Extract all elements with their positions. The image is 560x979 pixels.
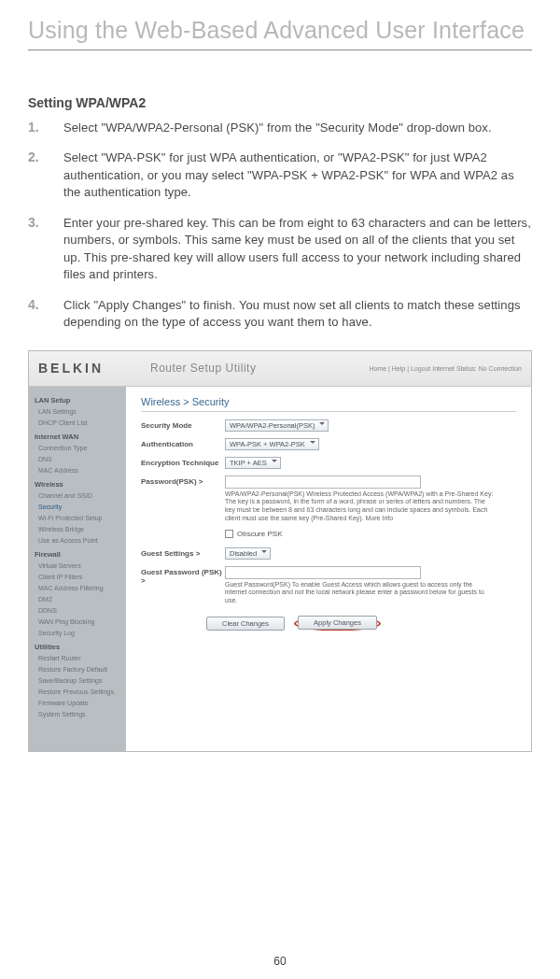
- sidebar-group: LAN Setup: [29, 392, 126, 406]
- sidebar-item[interactable]: LAN Settings: [29, 406, 126, 418]
- sidebar-item[interactable]: Restore Factory Default: [29, 664, 126, 675]
- sidebar-item[interactable]: Channel and SSID: [29, 490, 126, 502]
- sidebar-item[interactable]: Use as Access Point: [29, 535, 126, 546]
- clear-changes-button[interactable]: Clear Changes: [206, 617, 285, 631]
- row-authentication: Authentication WPA-PSK + WPA2-PSK: [141, 438, 516, 450]
- sidebar-item[interactable]: Wi-Fi Protected Setup: [29, 513, 126, 524]
- step-text: Enter your pre-shared key. This can be f…: [63, 215, 532, 284]
- row-password: Password(PSK) > WPA/WPA2-Personal(PSK) W…: [141, 475, 516, 523]
- sidebar-item[interactable]: DDNS: [29, 605, 126, 617]
- guest-description: Guest Password(PSK) To enable Guest Acce…: [225, 581, 496, 605]
- guest-psk-input[interactable]: [225, 566, 421, 579]
- row-encryption: Encryption Technique TKIP + AES: [141, 457, 516, 469]
- section-heading: Setting WPA/WPA2: [28, 95, 532, 110]
- sidebar-item[interactable]: System Settings: [29, 709, 126, 720]
- list-item: 3. Enter your pre-shared key. This can b…: [28, 215, 532, 284]
- sidebar-group: Wireless: [29, 476, 126, 490]
- apply-highlight-icon: Apply Changes: [294, 617, 381, 631]
- label-guest-password: Guest Password (PSK) >: [141, 566, 225, 585]
- sidebar-item[interactable]: DNS: [29, 454, 126, 465]
- sidebar-group: Firewall: [29, 546, 126, 560]
- title-rule: [28, 50, 532, 50]
- row-security-mode: Security Mode WPA/WPA2-Personal(PSK): [141, 419, 516, 432]
- row-guest-password: Guest Password (PSK) > Guest Password(PS…: [141, 566, 516, 605]
- sidebar-item[interactable]: Restore Previous Settings: [29, 687, 126, 698]
- page-number: 60: [273, 955, 286, 968]
- sidebar-item[interactable]: MAC Address Filtering: [29, 583, 126, 594]
- sidebar-item[interactable]: Firmware Update: [29, 698, 126, 709]
- utility-title: Router Setup Utility: [150, 362, 256, 375]
- brand-logo: BELKIN: [38, 361, 150, 376]
- guest-settings-select[interactable]: Disabled: [225, 547, 271, 560]
- sidebar-item[interactable]: Security Log: [29, 628, 126, 639]
- label-authentication: Authentication: [141, 438, 225, 448]
- apply-changes-button[interactable]: Apply Changes: [298, 616, 377, 630]
- step-number: 1.: [28, 120, 43, 136]
- sidebar-item[interactable]: Save/Backup Settings: [29, 675, 126, 687]
- step-text: Select "WPA-PSK" for just WPA authentica…: [63, 149, 532, 201]
- sidebar-item[interactable]: Virtual Servers: [29, 560, 126, 572]
- sidebar-item[interactable]: Connection Type: [29, 443, 126, 454]
- authentication-select[interactable]: WPA-PSK + WPA2-PSK: [225, 438, 319, 450]
- obscure-checkbox[interactable]: [225, 530, 233, 538]
- sidebar-item-security[interactable]: Security: [29, 502, 126, 513]
- sidebar-item[interactable]: DHCP Client List: [29, 418, 126, 429]
- psk-input[interactable]: [225, 475, 421, 489]
- row-obscure: Obscure PSK: [225, 530, 516, 538]
- sidebar: LAN Setup LAN Settings DHCP Client List …: [29, 387, 126, 751]
- breadcrumb: Wireless > Security: [141, 396, 516, 407]
- sidebar-item[interactable]: Restart Router: [29, 653, 126, 664]
- obscure-label: Obscure PSK: [237, 530, 282, 538]
- list-item: 1. Select "WPA/WPA2-Personal (PSK)" from…: [28, 120, 532, 136]
- header-status: Home | Help | Logout Internet Status: No…: [369, 365, 522, 372]
- label-password: Password(PSK) >: [141, 475, 225, 486]
- list-item: 4. Click "Apply Changes" to finish. You …: [28, 297, 532, 332]
- label-security-mode: Security Mode: [141, 419, 225, 430]
- row-guest-settings: Guest Settings > Disabled: [141, 547, 516, 560]
- psk-description: WPA/WPA2-Personal(PSK) Wireless Protecte…: [225, 490, 496, 523]
- label-guest-settings: Guest Settings >: [141, 547, 225, 558]
- sidebar-group: Utilities: [29, 639, 126, 653]
- security-mode-select[interactable]: WPA/WPA2-Personal(PSK): [225, 419, 329, 432]
- content-rule: [141, 411, 516, 412]
- router-ui-screenshot: BELKIN Router Setup Utility Home | Help …: [28, 350, 532, 752]
- list-item: 2. Select "WPA-PSK" for just WPA authent…: [28, 149, 532, 201]
- step-text: Select "WPA/WPA2-Personal (PSK)" from th…: [63, 120, 492, 136]
- instruction-list: 1. Select "WPA/WPA2-Personal (PSK)" from…: [28, 120, 532, 332]
- step-text: Click "Apply Changes" to finish. You mus…: [63, 297, 532, 332]
- sidebar-item[interactable]: Client IP Filters: [29, 572, 126, 583]
- sidebar-item[interactable]: MAC Address: [29, 465, 126, 476]
- router-body: LAN Setup LAN Settings DHCP Client List …: [29, 387, 531, 751]
- sidebar-group: Internet WAN: [29, 429, 126, 443]
- sidebar-item[interactable]: DMZ: [29, 594, 126, 605]
- step-number: 3.: [28, 215, 43, 284]
- step-number: 4.: [28, 297, 43, 332]
- sidebar-item[interactable]: WAN Ping Blocking: [29, 617, 126, 628]
- router-header: BELKIN Router Setup Utility Home | Help …: [29, 351, 531, 387]
- label-encryption: Encryption Technique: [141, 457, 225, 467]
- router-content: Wireless > Security Security Mode WPA/WP…: [126, 387, 531, 751]
- step-number: 2.: [28, 149, 43, 201]
- sidebar-item[interactable]: Wireless Bridge: [29, 524, 126, 535]
- button-row: Clear Changes Apply Changes: [206, 617, 516, 631]
- page-title: Using the Web-Based Advanced User Interf…: [28, 17, 532, 44]
- encryption-select[interactable]: TKIP + AES: [225, 457, 281, 469]
